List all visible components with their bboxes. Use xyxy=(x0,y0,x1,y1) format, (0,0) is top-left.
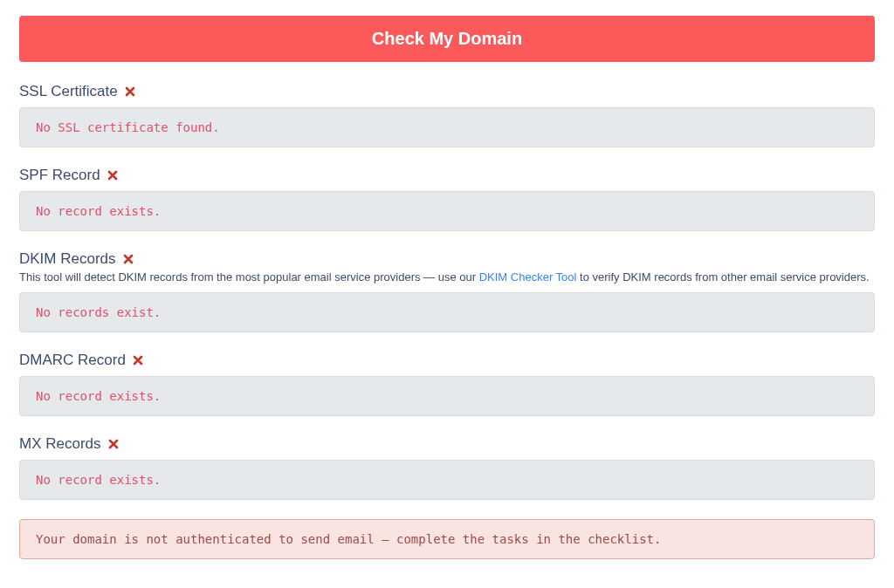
spf-title-row: SPF Record xyxy=(19,167,875,184)
auth-alert: Your domain is not authenticated to send… xyxy=(19,519,875,559)
ssl-message-box: No SSL certificate found. xyxy=(19,107,875,147)
check-domain-button[interactable]: Check My Domain xyxy=(19,16,875,62)
dkim-checker-link[interactable]: DKIM Checker Tool xyxy=(479,270,577,284)
ssl-title: SSL Certificate xyxy=(19,83,118,100)
dkim-note-suffix: to verify DKIM records from other email … xyxy=(576,270,869,284)
fail-icon xyxy=(131,353,145,367)
dkim-title-row: DKIM Records xyxy=(19,250,875,268)
fail-icon xyxy=(121,252,135,266)
dmarc-message-box: No record exists. xyxy=(19,376,875,416)
dkim-note: This tool will detect DKIM records from … xyxy=(19,270,875,285)
dkim-title: DKIM Records xyxy=(19,250,116,268)
mx-title: MX Records xyxy=(19,435,101,453)
ssl-title-row: SSL Certificate xyxy=(19,83,875,100)
dkim-note-prefix: This tool will detect DKIM records from … xyxy=(19,270,479,284)
fail-icon xyxy=(123,85,137,99)
mx-message-box: No record exists. xyxy=(19,460,875,500)
spf-message-box: No record exists. xyxy=(19,191,875,231)
spf-section: SPF Record No record exists. xyxy=(19,167,875,231)
ssl-section: SSL Certificate No SSL certificate found… xyxy=(19,83,875,147)
mx-title-row: MX Records xyxy=(19,435,875,453)
dkim-message-box: No records exist. xyxy=(19,292,875,332)
dkim-section: DKIM Records This tool will detect DKIM … xyxy=(19,250,875,332)
dmarc-title: DMARC Record xyxy=(19,352,126,369)
fail-icon xyxy=(106,168,120,182)
dmarc-title-row: DMARC Record xyxy=(19,352,875,369)
spf-title: SPF Record xyxy=(19,167,100,184)
fail-icon xyxy=(107,437,120,451)
mx-section: MX Records No record exists. xyxy=(19,435,875,500)
dmarc-section: DMARC Record No record exists. xyxy=(19,352,875,416)
